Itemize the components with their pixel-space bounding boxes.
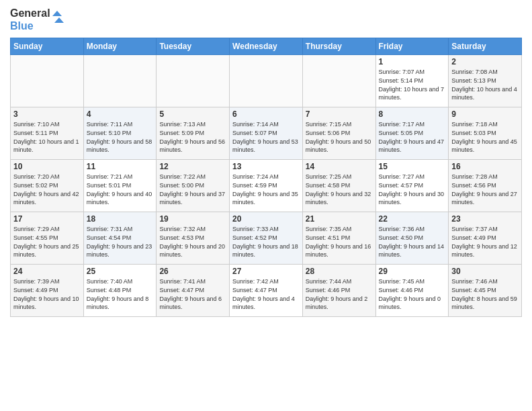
day-number: 25 — [87, 267, 154, 276]
day-number: 19 — [159, 214, 226, 224]
day-info: Sunrise: 7:36 AM Sunset: 4:50 PM Dayligh… — [379, 225, 446, 259]
day-number: 24 — [13, 267, 81, 276]
day-info: Sunrise: 7:41 AM Sunset: 4:47 PM Dayligh… — [159, 277, 226, 311]
day-header-saturday: Saturday — [449, 38, 522, 55]
day-info: Sunrise: 7:45 AM Sunset: 4:46 PM Dayligh… — [379, 277, 446, 311]
calendar-cell: 8Sunrise: 7:17 AM Sunset: 5:05 PM Daylig… — [375, 107, 449, 160]
day-number: 8 — [379, 109, 446, 119]
day-info: Sunrise: 7:15 AM Sunset: 5:06 PM Dayligh… — [306, 120, 373, 154]
day-info: Sunrise: 7:33 AM Sunset: 4:52 PM Dayligh… — [232, 225, 300, 259]
day-info: Sunrise: 7:39 AM Sunset: 4:49 PM Dayligh… — [13, 277, 81, 311]
logo: GeneralBlue — [10, 7, 66, 32]
day-info: Sunrise: 7:25 AM Sunset: 4:58 PM Dayligh… — [306, 173, 373, 206]
calendar-cell: 17Sunrise: 7:29 AM Sunset: 4:55 PM Dayli… — [11, 212, 84, 265]
day-info: Sunrise: 7:27 AM Sunset: 4:57 PM Dayligh… — [379, 173, 446, 206]
logo-wrapper: GeneralBlue — [10, 7, 66, 32]
calendar-cell: 20Sunrise: 7:33 AM Sunset: 4:52 PM Dayli… — [230, 212, 303, 265]
calendar-header-row: SundayMondayTuesdayWednesdayThursdayFrid… — [11, 38, 522, 55]
day-number: 20 — [232, 214, 300, 224]
calendar-cell: 13Sunrise: 7:24 AM Sunset: 4:59 PM Dayli… — [230, 160, 303, 212]
calendar-cell: 12Sunrise: 7:22 AM Sunset: 5:00 PM Dayli… — [157, 160, 230, 212]
calendar-cell: 18Sunrise: 7:31 AM Sunset: 4:54 PM Dayli… — [83, 212, 157, 265]
logo-blue-text: Blue — [10, 19, 50, 32]
day-number: 16 — [451, 162, 519, 171]
svg-marker-1 — [54, 17, 64, 23]
day-number: 2 — [451, 57, 519, 66]
calendar-week-3: 10Sunrise: 7:20 AM Sunset: 5:02 PM Dayli… — [11, 160, 522, 212]
day-header-thursday: Thursday — [302, 38, 375, 55]
logo-general-text: General — [10, 7, 50, 19]
day-info: Sunrise: 7:20 AM Sunset: 5:02 PM Dayligh… — [13, 173, 81, 206]
calendar-cell: 23Sunrise: 7:37 AM Sunset: 4:49 PM Dayli… — [449, 212, 522, 265]
day-number: 11 — [87, 162, 154, 171]
day-number: 6 — [232, 109, 300, 119]
svg-marker-0 — [52, 11, 62, 16]
day-info: Sunrise: 7:32 AM Sunset: 4:53 PM Dayligh… — [159, 225, 226, 259]
day-number: 17 — [13, 214, 81, 224]
logo-arrow-icon — [52, 9, 66, 30]
calendar-cell — [230, 55, 303, 107]
calendar-cell: 25Sunrise: 7:40 AM Sunset: 4:48 PM Dayli… — [83, 265, 157, 317]
day-info: Sunrise: 7:17 AM Sunset: 5:05 PM Dayligh… — [379, 120, 446, 154]
day-info: Sunrise: 7:44 AM Sunset: 4:46 PM Dayligh… — [306, 277, 373, 311]
day-info: Sunrise: 7:35 AM Sunset: 4:51 PM Dayligh… — [306, 225, 373, 259]
day-number: 7 — [306, 109, 373, 119]
day-number: 22 — [379, 214, 446, 224]
calendar-cell: 3Sunrise: 7:10 AM Sunset: 5:11 PM Daylig… — [11, 107, 84, 160]
day-info: Sunrise: 7:28 AM Sunset: 4:56 PM Dayligh… — [451, 173, 519, 206]
day-number: 3 — [13, 109, 81, 119]
calendar-cell: 7Sunrise: 7:15 AM Sunset: 5:06 PM Daylig… — [302, 107, 375, 160]
day-info: Sunrise: 7:21 AM Sunset: 5:01 PM Dayligh… — [87, 173, 154, 206]
day-info: Sunrise: 7:10 AM Sunset: 5:11 PM Dayligh… — [13, 120, 81, 154]
day-number: 12 — [159, 162, 226, 171]
calendar-cell: 11Sunrise: 7:21 AM Sunset: 5:01 PM Dayli… — [83, 160, 157, 212]
header: GeneralBlue — [10, 7, 522, 32]
day-info: Sunrise: 7:31 AM Sunset: 4:54 PM Dayligh… — [87, 225, 154, 259]
day-number: 21 — [306, 214, 373, 224]
day-info: Sunrise: 7:08 AM Sunset: 5:13 PM Dayligh… — [451, 68, 519, 101]
calendar-cell — [11, 55, 84, 107]
day-number: 30 — [451, 267, 519, 276]
day-header-monday: Monday — [83, 38, 157, 55]
day-info: Sunrise: 7:18 AM Sunset: 5:03 PM Dayligh… — [451, 120, 519, 154]
day-info: Sunrise: 7:07 AM Sunset: 5:14 PM Dayligh… — [379, 68, 446, 101]
day-number: 14 — [306, 162, 373, 171]
day-number: 28 — [306, 267, 373, 276]
calendar-cell: 29Sunrise: 7:45 AM Sunset: 4:46 PM Dayli… — [375, 265, 449, 317]
calendar-cell: 6Sunrise: 7:14 AM Sunset: 5:07 PM Daylig… — [230, 107, 303, 160]
day-number: 29 — [379, 267, 446, 276]
calendar-cell — [302, 55, 375, 107]
day-number: 15 — [379, 162, 446, 171]
calendar-cell: 22Sunrise: 7:36 AM Sunset: 4:50 PM Dayli… — [375, 212, 449, 265]
calendar-cell: 10Sunrise: 7:20 AM Sunset: 5:02 PM Dayli… — [11, 160, 84, 212]
calendar-cell: 9Sunrise: 7:18 AM Sunset: 5:03 PM Daylig… — [449, 107, 522, 160]
calendar-cell: 19Sunrise: 7:32 AM Sunset: 4:53 PM Dayli… — [157, 212, 230, 265]
day-number: 4 — [87, 109, 154, 119]
calendar-cell: 15Sunrise: 7:27 AM Sunset: 4:57 PM Dayli… — [375, 160, 449, 212]
calendar-cell: 28Sunrise: 7:44 AM Sunset: 4:46 PM Dayli… — [302, 265, 375, 317]
calendar-week-4: 17Sunrise: 7:29 AM Sunset: 4:55 PM Dayli… — [11, 212, 522, 265]
day-header-wednesday: Wednesday — [230, 38, 303, 55]
calendar-cell — [157, 55, 230, 107]
day-info: Sunrise: 7:40 AM Sunset: 4:48 PM Dayligh… — [87, 277, 154, 311]
calendar-cell: 1Sunrise: 7:07 AM Sunset: 5:14 PM Daylig… — [375, 55, 449, 107]
day-number: 26 — [159, 267, 226, 276]
day-info: Sunrise: 7:11 AM Sunset: 5:10 PM Dayligh… — [87, 120, 154, 154]
calendar-table: SundayMondayTuesdayWednesdayThursdayFrid… — [10, 38, 522, 317]
day-info: Sunrise: 7:14 AM Sunset: 5:07 PM Dayligh… — [232, 120, 300, 154]
day-number: 18 — [87, 214, 154, 224]
day-info: Sunrise: 7:22 AM Sunset: 5:00 PM Dayligh… — [159, 173, 226, 206]
day-number: 27 — [232, 267, 300, 276]
calendar-cell: 5Sunrise: 7:13 AM Sunset: 5:09 PM Daylig… — [157, 107, 230, 160]
day-info: Sunrise: 7:24 AM Sunset: 4:59 PM Dayligh… — [232, 173, 300, 206]
day-info: Sunrise: 7:29 AM Sunset: 4:55 PM Dayligh… — [13, 225, 81, 259]
day-number: 10 — [13, 162, 81, 171]
day-info: Sunrise: 7:42 AM Sunset: 4:47 PM Dayligh… — [232, 277, 300, 311]
day-info: Sunrise: 7:37 AM Sunset: 4:49 PM Dayligh… — [451, 225, 519, 259]
day-number: 23 — [451, 214, 519, 224]
day-number: 13 — [232, 162, 300, 171]
calendar-cell — [83, 55, 157, 107]
calendar-week-5: 24Sunrise: 7:39 AM Sunset: 4:49 PM Dayli… — [11, 265, 522, 317]
calendar-cell: 14Sunrise: 7:25 AM Sunset: 4:58 PM Dayli… — [302, 160, 375, 212]
day-number: 9 — [451, 109, 519, 119]
